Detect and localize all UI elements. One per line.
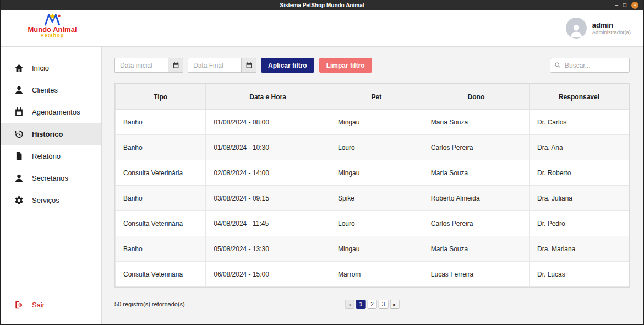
app-header: Mundo Animal Petshop admin Administrador… — [1, 10, 643, 47]
table-cell: 01/08/2024 - 08:00 — [206, 110, 330, 135]
table-cell: 01/08/2024 - 10:30 — [206, 135, 330, 160]
user-menu[interactable]: admin Administrador(a) — [566, 18, 631, 39]
table-cell: Dr. Roberto — [529, 160, 629, 186]
minimize-button[interactable]: – — [615, 2, 618, 8]
table-row: Banho05/08/2024 - 13:30MingauMaria Souza… — [116, 236, 629, 262]
table-cell: Banho — [116, 186, 206, 211]
maximize-button[interactable]: □ — [623, 2, 626, 8]
pagination: ◂123▸ — [345, 300, 400, 309]
pagination-page-1[interactable]: 1 — [356, 300, 366, 309]
column-header: Pet — [330, 84, 423, 110]
sidebar-item-inicio[interactable]: Início — [1, 57, 101, 79]
table-header-row: TipoData e HoraPetDonoResponsavel — [116, 84, 629, 110]
column-header: Dono — [423, 84, 529, 110]
sidebar-item-label: Secretários — [32, 174, 68, 182]
calendar-icon — [14, 107, 24, 117]
end-date-input[interactable] — [188, 58, 241, 73]
end-date-calendar-button[interactable] — [241, 58, 256, 73]
sidebar-item-clientes[interactable]: Clientes — [1, 79, 101, 101]
start-date-group — [114, 58, 183, 73]
table-cell: Maria Souza — [423, 110, 529, 135]
table-cell: Banho — [116, 236, 206, 262]
table-cell: Banho — [116, 110, 206, 135]
sidebar-item-label: Clientes — [32, 86, 58, 94]
table-cell: Louro — [330, 211, 423, 236]
sidebar-item-logout[interactable]: Sair — [1, 300, 101, 310]
table-footer: 50 registro(s) retornado(s) ◂123▸ — [114, 296, 630, 312]
user-meta: admin Administrador(a) — [592, 21, 631, 35]
table-cell: 05/08/2024 - 13:30 — [206, 236, 330, 262]
avatar-person-icon — [568, 22, 585, 39]
logout-label: Sair — [32, 301, 45, 309]
home-icon — [14, 63, 24, 73]
table-cell: Dr. Pedro — [529, 211, 629, 236]
gear-icon — [14, 196, 24, 205]
pagination-prev[interactable]: ◂ — [345, 300, 354, 309]
search-box — [550, 58, 630, 73]
history-icon — [14, 129, 24, 139]
person-icon — [14, 174, 24, 183]
sidebar-item-servicos[interactable]: Serviços — [1, 189, 101, 211]
table-cell: 02/08/2024 - 14:00 — [206, 160, 330, 186]
clear-filter-button[interactable]: Limpar filtro — [319, 58, 372, 73]
table-cell: Lucas Ferreira — [423, 262, 529, 287]
table-cell: Dr. Carlos — [529, 110, 629, 135]
search-input[interactable] — [550, 58, 630, 73]
table-cell: Maria Souza — [423, 236, 529, 262]
table-row: Consulta Veterinária06/08/2024 - 15:00Ma… — [116, 262, 629, 287]
sidebar-item-label: Histórico — [32, 130, 63, 138]
table-cell: 04/08/2024 - 11:45 — [206, 211, 330, 236]
main-content: Aplicar filtro Limpar filtro TipoData e … — [102, 47, 643, 324]
window-controls: – □ × — [615, 0, 638, 10]
app-logo: Mundo Animal Petshop — [22, 13, 83, 38]
table-cell: 03/08/2024 - 09:15 — [206, 186, 330, 211]
logo-mark — [42, 13, 62, 26]
table-cell: Dra. Mariana — [529, 236, 629, 262]
table-cell: Marrom — [330, 262, 423, 287]
history-table: TipoData e HoraPetDonoResponsavel Banho0… — [115, 84, 629, 287]
sidebar-item-agendamentos[interactable]: Agendamentos — [1, 101, 101, 123]
table-cell: Roberto Almeida — [423, 186, 529, 211]
table-row: Consulta Veterinária02/08/2024 - 14:00Mi… — [116, 160, 629, 186]
pagination-next[interactable]: ▸ — [390, 300, 399, 309]
table-cell: Consulta Veterinária — [116, 211, 206, 236]
pagination-page-3[interactable]: 3 — [379, 300, 389, 309]
file-icon — [14, 151, 24, 161]
apply-filter-button[interactable]: Aplicar filtro — [261, 58, 314, 73]
start-date-input[interactable] — [114, 58, 168, 73]
column-header: Tipo — [116, 84, 206, 110]
start-date-calendar-button[interactable] — [168, 58, 183, 73]
sidebar-item-secretarios[interactable]: Secretários — [1, 167, 101, 189]
close-button[interactable]: × — [631, 2, 638, 9]
column-header: Data e Hora — [206, 84, 330, 110]
sidebar-item-label: Serviços — [32, 196, 59, 204]
table-cell: Dra. Juliana — [529, 186, 629, 211]
table-row: Consulta Veterinária04/08/2024 - 11:45Lo… — [116, 211, 629, 236]
sidebar-item-label: Início — [32, 64, 49, 72]
table-cell: 06/08/2024 - 15:00 — [206, 262, 330, 287]
sidebar-menu: InícioClientesAgendamentosHistóricoRelat… — [1, 47, 101, 211]
table-cell: Carlos Pereira — [423, 211, 529, 236]
table-row: Banho01/08/2024 - 10:30LouroCarlos Perei… — [116, 135, 629, 160]
person-icon — [14, 85, 24, 95]
record-count: 50 registro(s) retornado(s) — [114, 301, 185, 307]
pagination-page-2[interactable]: 2 — [367, 300, 377, 309]
end-date-group — [188, 58, 256, 73]
table-cell: Mingau — [330, 160, 423, 186]
sidebar-item-historico[interactable]: Histórico — [1, 123, 101, 145]
sidebar-item-relatorio[interactable]: Relatório — [1, 145, 101, 167]
user-name: admin — [592, 21, 631, 29]
history-table-card: TipoData e HoraPetDonoResponsavel Banho0… — [114, 83, 630, 288]
app-window: Sistema PetShop Mundo Animal – □ × Mundo… — [0, 0, 644, 325]
table-row: Banho01/08/2024 - 08:00MingauMaria Souza… — [116, 110, 629, 135]
avatar — [566, 18, 587, 39]
table-cell: Consulta Veterinária — [116, 262, 206, 287]
search-icon — [554, 62, 561, 68]
logout-icon — [14, 300, 24, 310]
table-cell: Maria Souza — [423, 160, 529, 186]
sidebar: InícioClientesAgendamentosHistóricoRelat… — [1, 47, 102, 324]
user-role: Administrador(a) — [592, 29, 631, 35]
window-title: Sistema PetShop Mundo Animal — [280, 2, 364, 8]
sidebar-item-label: Agendamentos — [32, 108, 80, 116]
calendar-icon — [172, 62, 179, 69]
